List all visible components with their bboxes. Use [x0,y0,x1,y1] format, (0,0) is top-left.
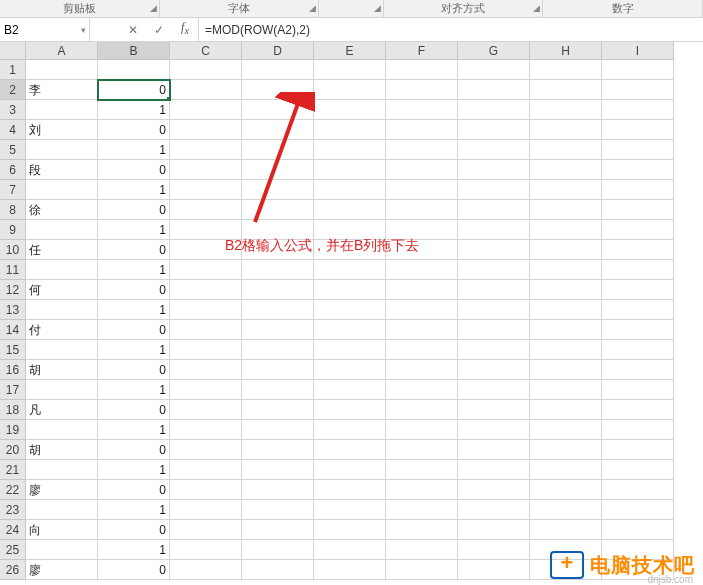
cell[interactable] [386,500,458,520]
row-header[interactable]: 21 [0,460,26,480]
cell[interactable] [458,140,530,160]
cell[interactable] [314,100,386,120]
cell[interactable]: 1 [98,420,170,440]
cell[interactable] [314,340,386,360]
cell[interactable] [170,60,242,80]
ribbon-group-alignment[interactable]: 对齐方式 ◢ [384,0,544,17]
cell[interactable] [170,160,242,180]
cell[interactable] [458,300,530,320]
cell[interactable] [242,220,314,240]
cell[interactable]: 0 [98,360,170,380]
row-header[interactable]: 20 [0,440,26,460]
cell[interactable] [314,140,386,160]
row-header[interactable]: 26 [0,560,26,580]
cell[interactable] [170,420,242,440]
cell[interactable] [386,160,458,180]
cell[interactable] [530,220,602,240]
row-header[interactable]: 2 [0,80,26,100]
cell[interactable] [386,400,458,420]
cell[interactable] [314,160,386,180]
cell[interactable] [314,360,386,380]
cell[interactable] [386,220,458,240]
cell[interactable] [386,440,458,460]
cell[interactable] [26,540,98,560]
cell[interactable] [242,480,314,500]
cell[interactable] [314,500,386,520]
cell[interactable]: 1 [98,300,170,320]
cell[interactable]: 胡 [26,360,98,380]
cell[interactable] [602,320,674,340]
cell[interactable] [602,400,674,420]
select-all-corner[interactable] [0,42,26,60]
spreadsheet-grid[interactable]: ABCDEFGHI 123456789101112131415161718192… [0,42,703,585]
cell[interactable]: 1 [98,380,170,400]
cell[interactable] [458,380,530,400]
cell[interactable] [602,120,674,140]
cell[interactable] [170,540,242,560]
cell[interactable] [170,520,242,540]
cell[interactable] [530,360,602,380]
cell[interactable] [530,320,602,340]
cell[interactable] [458,200,530,220]
row-header[interactable]: 13 [0,300,26,320]
row-header[interactable]: 5 [0,140,26,160]
column-header[interactable]: B [98,42,170,60]
cell[interactable] [602,60,674,80]
cell[interactable] [386,280,458,300]
cell[interactable]: 1 [98,500,170,520]
cell[interactable] [170,260,242,280]
column-header[interactable]: F [386,42,458,60]
cell[interactable] [530,300,602,320]
column-header[interactable]: H [530,42,602,60]
cell[interactable] [458,80,530,100]
column-header[interactable]: C [170,42,242,60]
cell[interactable]: 1 [98,100,170,120]
row-header[interactable]: 25 [0,540,26,560]
cell[interactable] [170,200,242,220]
cell[interactable] [242,360,314,380]
cell[interactable] [458,440,530,460]
cell[interactable] [26,460,98,480]
cell[interactable] [602,160,674,180]
dialog-launcher-icon[interactable]: ◢ [533,0,540,16]
cell[interactable] [458,560,530,580]
dropdown-icon[interactable]: ▾ [81,25,86,35]
cell[interactable] [26,260,98,280]
cell[interactable]: 廖 [26,480,98,500]
cell[interactable] [458,320,530,340]
cell[interactable] [314,320,386,340]
cell[interactable] [602,500,674,520]
cell[interactable] [386,140,458,160]
cell[interactable] [530,200,602,220]
cell[interactable] [314,180,386,200]
cell[interactable] [458,220,530,240]
cell[interactable] [530,420,602,440]
cell[interactable] [530,280,602,300]
cell[interactable] [458,460,530,480]
cell[interactable] [26,140,98,160]
cell[interactable] [530,440,602,460]
cell[interactable] [530,400,602,420]
ribbon-group-clipboard[interactable]: 剪贴板 ◢ [0,0,160,17]
cell[interactable] [242,240,314,260]
cell[interactable] [242,280,314,300]
cell[interactable] [602,460,674,480]
cell[interactable] [242,100,314,120]
cell[interactable] [314,380,386,400]
cell[interactable] [386,100,458,120]
cell[interactable] [242,440,314,460]
cell[interactable] [458,520,530,540]
cell[interactable] [602,440,674,460]
ribbon-group-font[interactable]: 字体 ◢ [160,0,320,17]
cell[interactable]: 0 [98,480,170,500]
row-header[interactable]: 11 [0,260,26,280]
cell[interactable] [458,420,530,440]
cell[interactable] [458,260,530,280]
cell[interactable] [170,400,242,420]
cell[interactable] [602,260,674,280]
row-header[interactable]: 8 [0,200,26,220]
cell[interactable] [602,180,674,200]
cell[interactable]: 付 [26,320,98,340]
cell[interactable] [170,560,242,580]
cell[interactable] [314,420,386,440]
